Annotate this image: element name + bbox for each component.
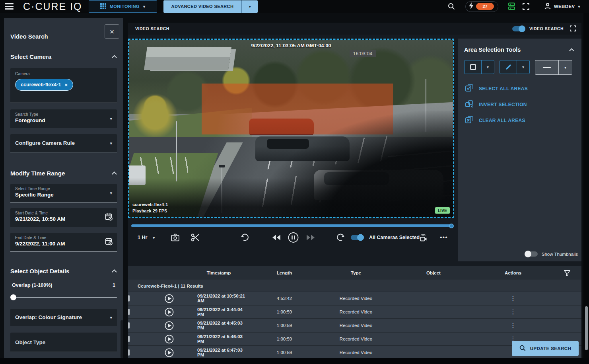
draw-tool-button[interactable]: ▾ [500,60,530,74]
show-thumbnails-toggle[interactable] [525,251,538,257]
table-row[interactable]: 09/21/2022 at 10:50:21 AM 4:53:42 Record… [128,292,581,306]
bottom-shade [129,178,453,217]
menu-icon[interactable] [5,3,14,10]
chevron-up-icon[interactable] [112,269,117,274]
chevron-down-icon[interactable]: ▾ [517,60,529,74]
snapshot-button[interactable] [171,234,179,241]
select-all-areas-label: SELECT ALL AREAS [479,86,528,91]
results-group-header: Ccureweb-Flex4-1 | 11 Results [128,280,581,292]
calendar-icon[interactable] [105,237,113,247]
clip-scissors-button[interactable] [191,234,200,242]
row-checkbox[interactable] [128,322,130,329]
configure-camera-rule-dropdown[interactable]: Configure Camera Rule ▾ [10,134,117,152]
undo-button[interactable] [241,234,249,241]
camera-field-label: Camera [15,72,112,76]
calendar-icon[interactable] [105,213,113,222]
play-icon[interactable] [151,308,187,317]
video-search-toggle[interactable] [512,26,525,32]
play-icon[interactable] [151,294,187,303]
rectangle-tool-button[interactable]: ▾ [464,60,494,74]
invert-selection-label: INVERT SELECTION [479,102,527,107]
remove-camera-icon[interactable]: × [64,82,68,88]
fast-forward-button[interactable] [306,235,315,240]
filter-icon[interactable] [553,270,581,276]
row-menu-button[interactable]: ⋮ [473,308,553,315]
select-all-areas-icon [465,84,474,93]
line-tool-button[interactable]: ▾ [535,60,572,75]
overlap-slider[interactable] [10,294,117,300]
sidebar-scrollbar[interactable] [121,320,123,358]
timeline-thumb[interactable] [449,224,454,228]
more-options-button[interactable]: ••• [440,234,448,241]
row-checkbox[interactable] [128,309,130,315]
play-icon[interactable] [151,335,187,344]
video-player[interactable]: 9/22/2022, 11:03:05 AM GMT-04:00 16:03:0… [128,39,454,218]
advanced-video-search-caret[interactable]: ▾ [242,0,258,13]
clear-all-areas-label: CLEAR ALL AREAS [479,118,525,123]
table-row[interactable]: 09/21/2022 at 4:45:03 PM 1:00:59 Recorde… [128,319,581,333]
all-cameras-label: All Cameras Selected [369,235,420,240]
user-menu[interactable]: WEBDEV ▾ [544,3,580,10]
chevron-up-icon[interactable] [112,55,117,60]
search-icon [519,345,526,352]
overlap-value: 1 [113,282,115,288]
close-icon[interactable]: × [105,24,119,39]
chevron-down-icon[interactable]: ▾ [558,60,572,74]
row-type: Recorded Video [318,350,394,355]
col-timestamp[interactable]: Timestamp [187,271,251,275]
overlap-mode-dropdown[interactable]: Overlap: Colour Signature ▾ [10,309,117,326]
update-search-button[interactable]: UPDATE SEARCH [512,341,579,356]
row-timestamp: 09/21/2022 at 5:46:03 PM [187,334,251,344]
page-scrollbar-thumb[interactable] [585,306,588,350]
rectangle-icon [470,64,476,70]
clear-all-areas-button[interactable]: CLEAR ALL AREAS [465,115,581,125]
search-type-dropdown[interactable]: Search Type Foreground ▾ [10,109,117,128]
invert-selection-button[interactable]: INVERT SELECTION [465,99,581,109]
video-search-sidebar: × Video Search Select Camera Camera ccur… [4,18,123,358]
row-menu-button[interactable]: ⋮ [473,322,553,329]
timeline-slider[interactable] [131,224,453,228]
col-type[interactable]: Type [318,271,394,275]
camera-scene: 9/22/2022, 11:03:05 AM GMT-04:00 16:03:0… [129,40,453,217]
camera-chip[interactable]: ccureweb-flex4-1 × [15,79,73,91]
play-icon[interactable] [151,321,187,330]
col-length[interactable]: Length [251,271,318,275]
col-object[interactable]: Object [394,271,473,275]
line-icon [543,67,551,68]
row-checkbox[interactable] [128,349,130,356]
row-length: 1:00:59 [251,309,318,314]
row-checkbox[interactable] [128,336,130,342]
start-datetime-field[interactable]: Start Date & Time 9/21/2022, 10:50 AM [10,208,117,227]
pause-button[interactable] [288,232,299,243]
timeline-track[interactable] [131,224,453,227]
time-range-dropdown[interactable]: Select Time Range Specific Range ▾ [10,184,117,202]
select-all-areas-button[interactable]: SELECT ALL AREAS [465,84,581,93]
chevron-down-icon: ▾ [578,4,580,9]
fullscreen-icon[interactable] [523,3,529,10]
all-cameras-toggle[interactable] [351,235,364,241]
interval-dropdown[interactable]: 1 Hr ▾ [138,235,155,240]
expand-icon[interactable] [570,25,576,32]
slider-thumb[interactable] [10,294,16,300]
end-datetime-field[interactable]: End Date & Time 9/22/2022, 11:00 AM [10,233,117,252]
chevron-down-icon[interactable]: ▾ [481,60,494,74]
chevron-up-icon[interactable] [569,48,574,53]
row-menu-button[interactable]: ⋮ [473,295,553,302]
monitoring-button[interactable]: MONITORING ▾ [89,0,157,13]
row-checkbox[interactable] [128,295,130,302]
camera-field[interactable]: Camera ccureweb-flex4-1 × [10,68,117,103]
start-datetime-value: 9/21/2022, 10:50 AM [15,216,112,222]
chevron-up-icon[interactable] [112,171,117,177]
slider-track[interactable] [10,297,117,298]
advanced-video-search-button[interactable]: ADVANCED VIDEO SEARCH [163,0,242,13]
alerts-button[interactable]: 27 [465,1,498,12]
row-timestamp: 09/21/2022 at 6:47:03 PM [187,348,251,357]
server-status-icon[interactable] [508,2,515,10]
rewind-button[interactable] [272,235,281,240]
search-icon[interactable] [448,3,455,10]
redo-button[interactable] [336,234,344,241]
play-icon[interactable] [151,348,187,357]
camera-export-icon[interactable] [419,234,427,242]
table-row[interactable]: 09/21/2022 at 3:44:04 PM 1:00:59 Recorde… [128,306,581,319]
object-type-field[interactable]: Object Type [10,333,117,352]
